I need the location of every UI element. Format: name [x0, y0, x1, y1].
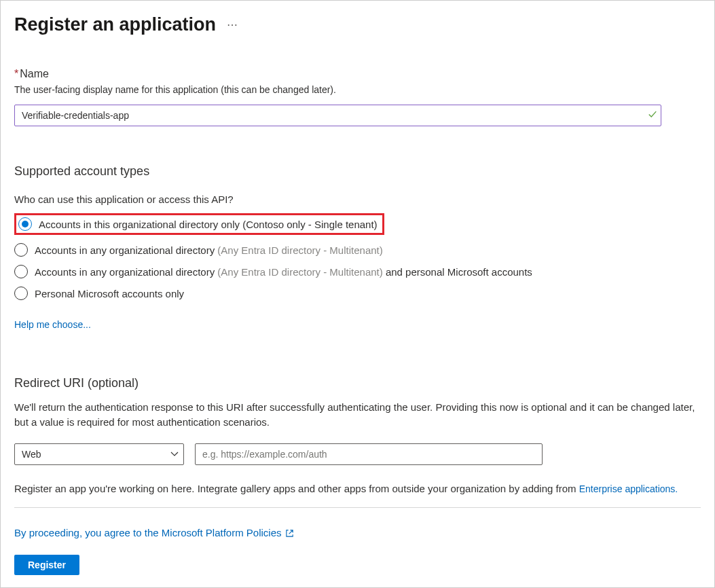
valid-check-icon: [648, 110, 657, 122]
required-asterisk: *: [14, 68, 18, 79]
name-field-section: *Name The user-facing display name for t…: [14, 68, 701, 126]
radio-icon: [18, 217, 32, 231]
help-me-choose-link[interactable]: Help me choose...: [14, 319, 91, 330]
platform-policies-link[interactable]: By proceeding, you agree to the Microsof…: [14, 527, 294, 538]
account-types-heading: Supported account types: [14, 164, 701, 179]
account-types-radio-group: Accounts in this organizational director…: [14, 213, 701, 300]
name-description: The user-facing display name for this ap…: [14, 84, 701, 95]
redirect-uri-input[interactable]: [195, 443, 543, 465]
radio-label: Accounts in this organizational director…: [39, 219, 378, 230]
platform-select[interactable]: [14, 443, 184, 465]
radio-label: Accounts in any organizational directory…: [35, 244, 383, 256]
radio-label: Personal Microsoft accounts only: [35, 288, 184, 299]
more-icon[interactable]: ⋯: [227, 18, 238, 31]
redirect-uri-heading: Redirect URI (optional): [14, 376, 701, 390]
highlight-box: Accounts in this organizational director…: [14, 213, 384, 235]
register-button[interactable]: Register: [14, 555, 79, 575]
radio-option-multitenant-personal[interactable]: Accounts in any organizational directory…: [14, 265, 701, 278]
radio-option-multitenant[interactable]: Accounts in any organizational directory…: [14, 243, 701, 257]
account-types-subtext: Who can use this application or access t…: [14, 194, 701, 205]
radio-option-single-tenant[interactable]: Accounts in this organizational director…: [18, 217, 378, 231]
radio-icon: [14, 287, 28, 300]
radio-label: Accounts in any organizational directory…: [35, 266, 532, 278]
radio-icon: [14, 243, 28, 257]
name-label: *Name: [14, 68, 701, 80]
radio-icon: [14, 265, 28, 278]
redirect-uri-description: We'll return the authentication response…: [14, 400, 697, 430]
radio-option-personal[interactable]: Personal Microsoft accounts only: [14, 287, 701, 300]
page-title: Register an application: [14, 14, 216, 35]
name-input[interactable]: [14, 105, 661, 126]
external-link-icon: [285, 528, 294, 537]
